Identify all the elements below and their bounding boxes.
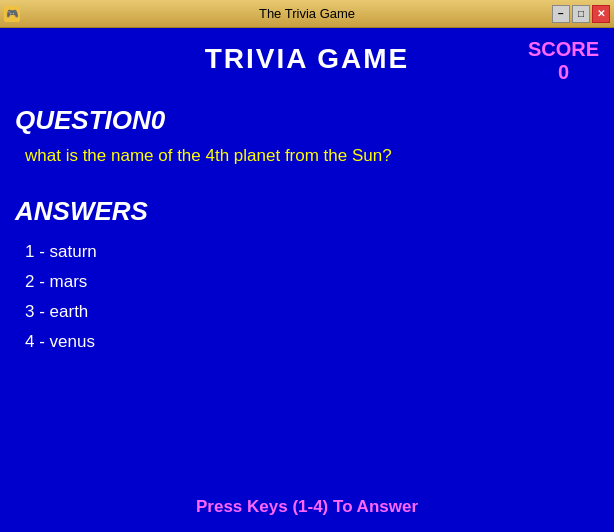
answer-item-2[interactable]: 2 - mars <box>25 272 599 292</box>
score-area: SCORE 0 <box>528 38 599 84</box>
question-label: QUESTION0 <box>15 105 599 136</box>
title-bar-controls: − □ ✕ <box>552 5 610 23</box>
answers-label: ANSWERS <box>15 196 599 227</box>
app-icon: 🎮 <box>4 6 20 22</box>
title-bar-left: 🎮 <box>4 6 20 22</box>
minimize-button[interactable]: − <box>552 5 570 23</box>
maximize-button[interactable]: □ <box>572 5 590 23</box>
answer-item-3[interactable]: 3 - earth <box>25 302 599 322</box>
question-text: what is the name of the 4th planet from … <box>25 146 599 166</box>
score-label: SCORE <box>528 38 599 61</box>
score-value: 0 <box>528 61 599 84</box>
footer-text: Press Keys (1-4) To Answer <box>196 497 418 517</box>
answers-list: 1 - saturn 2 - mars 3 - earth 4 - venus <box>15 242 599 352</box>
game-area: TRIVIA GAME SCORE 0 QUESTION0 what is th… <box>0 28 614 532</box>
title-bar: 🎮 The Trivia Game − □ ✕ <box>0 0 614 28</box>
title-bar-title: The Trivia Game <box>259 6 355 21</box>
close-button[interactable]: ✕ <box>592 5 610 23</box>
answer-item-1[interactable]: 1 - saturn <box>25 242 599 262</box>
answer-item-4[interactable]: 4 - venus <box>25 332 599 352</box>
game-title: TRIVIA GAME <box>15 43 599 75</box>
